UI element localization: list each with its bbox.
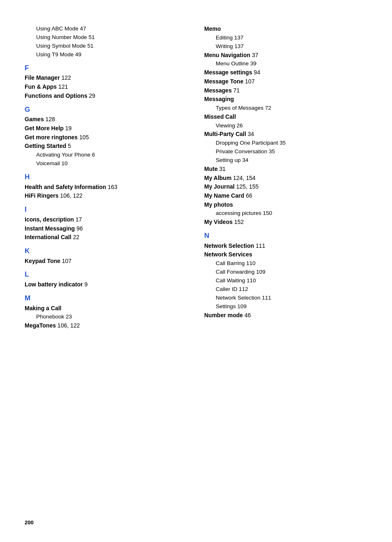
entry-main: Fun & Apps 121 xyxy=(25,83,188,92)
entry-sub: Using Number Mode 51 xyxy=(25,33,188,42)
left-column: Using ABC Mode 47Using Number Mode 51Usi… xyxy=(25,25,188,517)
entry-sub: accessing pictures 150 xyxy=(204,209,367,218)
entry-main: Low battery indicator 9 xyxy=(25,280,188,289)
entry-sub: Call Waiting 110 xyxy=(204,277,367,285)
entry-main: My photos xyxy=(204,201,367,210)
entry-main: Number mode 46 xyxy=(204,311,367,320)
entry-sub: Phonebook 23 xyxy=(25,313,188,321)
section-letter-i: I xyxy=(25,205,188,214)
entry-sub: Editing 137 xyxy=(204,34,367,42)
entry-main: Get More Help 19 xyxy=(25,124,188,133)
entry-main: My Name Card 66 xyxy=(204,191,367,201)
entry-sub: Activating Your Phone 6 xyxy=(25,151,188,159)
page-number: 200 xyxy=(25,519,34,526)
entry-main: My Journal 125, 155 xyxy=(204,182,367,191)
entry-sub: Types of Messages 72 xyxy=(204,104,367,113)
entry-sub: Dropping One Participant 35 xyxy=(204,139,367,148)
entry-main: Message Tone 107 xyxy=(204,77,367,86)
entry-main: Getting Started 5 xyxy=(25,142,188,151)
entry-main: Games 128 xyxy=(25,115,188,124)
entry-main: Health and Safety Information 163 xyxy=(25,183,188,192)
entry-main: My Videos 152 xyxy=(204,218,367,227)
section-letter-g: G xyxy=(25,105,188,115)
entry-sub: Private Conversation 35 xyxy=(204,148,367,156)
entry-sub: Menu Outline 39 xyxy=(204,60,367,68)
right-column: MemoEditing 137Writing 137Menu Navigatio… xyxy=(204,25,367,517)
entry-sub: Viewing 26 xyxy=(204,122,367,130)
entry-main: Mute 31 xyxy=(204,165,367,174)
entry-sub: Using ABC Mode 47 xyxy=(25,25,188,33)
content-columns: Using ABC Mode 47Using Number Mode 51Usi… xyxy=(25,25,367,517)
entry-main: My Album 124, 154 xyxy=(204,174,367,183)
entry-main: Get more ringtones 105 xyxy=(25,133,188,142)
entry-main: HiFi Ringers 106, 122 xyxy=(25,191,188,201)
section-letter-l: L xyxy=(25,270,188,279)
entry-main: Menu Navigation 37 xyxy=(204,51,367,60)
entry-sub: Network Selection 111 xyxy=(204,294,367,302)
section-letter-k: K xyxy=(25,246,188,256)
entry-main: Icons, description 17 xyxy=(25,215,188,224)
entry-main: International Call 22 xyxy=(25,233,188,242)
entry-sub: Writing 137 xyxy=(204,42,367,51)
entry-main: MegaTones 106, 122 xyxy=(25,321,188,330)
entry-sub: Using Symbol Mode 51 xyxy=(25,42,188,51)
entry-main: Memo xyxy=(204,25,367,34)
entry-main: File Manager 122 xyxy=(25,74,188,83)
entry-sub: Call Forwarding 109 xyxy=(204,268,367,277)
entry-main: Multi-Party Call 34 xyxy=(204,130,367,139)
section-letter-n: N xyxy=(204,231,367,241)
entry-main: Instant Messaging 96 xyxy=(25,224,188,233)
entry-main: Making a Call xyxy=(25,304,188,313)
entry-sub: Using T9 Mode 49 xyxy=(25,51,188,59)
entry-main: Network Selection 111 xyxy=(204,242,367,251)
entry-main: Keypad Tone 107 xyxy=(25,257,188,266)
entry-main: Missed Call xyxy=(204,113,367,122)
entry-sub: Voicemail 10 xyxy=(25,159,188,168)
entry-main: Messages 71 xyxy=(204,86,367,95)
entry-sub: Caller ID 112 xyxy=(204,285,367,294)
entry-sub: Settings 109 xyxy=(204,302,367,311)
entry-main: Message settings 94 xyxy=(204,68,367,77)
page: Using ABC Mode 47Using Number Mode 51Usi… xyxy=(0,0,392,542)
entry-main: Messaging xyxy=(204,95,367,104)
entry-main: Network Services xyxy=(204,250,367,259)
section-letter-h: H xyxy=(25,172,188,182)
section-letter-f: F xyxy=(25,63,188,73)
section-letter-m: M xyxy=(25,293,188,303)
entry-sub: Call Barring 110 xyxy=(204,259,367,268)
entry-sub: Setting up 34 xyxy=(204,156,367,165)
entry-main: Functions and Options 29 xyxy=(25,92,188,101)
